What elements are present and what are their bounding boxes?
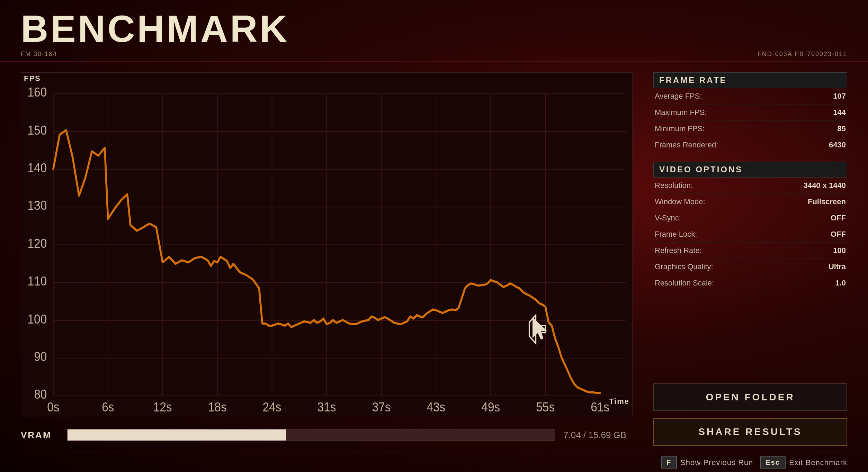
svg-text:150: 150 (28, 123, 47, 137)
stat-value: OFF (766, 226, 847, 243)
stat-label: Refresh Rate: (653, 243, 766, 259)
open-folder-button[interactable]: OPEN FOLDER (653, 383, 847, 411)
show-previous-run-label: Show Previous Run (680, 458, 753, 467)
svg-text:6s: 6s (102, 400, 114, 414)
fps-chart: FPS Time (21, 72, 633, 417)
svg-text:130: 130 (28, 198, 47, 212)
page-title: BENCHMARK (21, 10, 847, 48)
main-area: FPS Time (0, 62, 868, 453)
stat-label: Frames Rendered: (653, 137, 803, 153)
stat-label: Window Mode: (653, 194, 766, 210)
stat-value: 144 (803, 105, 847, 121)
svg-text:43s: 43s (427, 400, 445, 414)
stat-label: V-Sync: (653, 210, 766, 226)
stat-label: Resolution Scale: (653, 275, 766, 291)
header: BENCHMARK FM 30-184 FND-003A PB-700023-0… (0, 0, 868, 62)
stat-label: Average FPS: (653, 88, 803, 105)
vram-bar (67, 429, 555, 441)
table-row: Average FPS:107 (653, 88, 847, 105)
vram-bar-fill (68, 429, 286, 441)
stat-value: OFF (766, 210, 847, 226)
subtitle-right: FND-003A PB-700023-011 (758, 51, 847, 58)
table-row: Frames Rendered:6430 (653, 137, 847, 153)
bottom-bar: F Show Previous Run Esc Exit Benchmark (0, 453, 868, 472)
svg-text:90: 90 (34, 349, 47, 363)
chart-svg: 160 150 140 130 120 110 100 90 80 0s 6s … (21, 73, 632, 417)
table-row: Window Mode:Fullscreen (653, 194, 847, 210)
right-panel: FRAME RATE Average FPS:107Maximum FPS:14… (653, 72, 847, 446)
frame-rate-header: FRAME RATE (653, 72, 847, 88)
table-row: V-Sync:OFF (653, 210, 847, 226)
video-options-header: VIDEO OPTIONS (653, 162, 847, 178)
svg-text:120: 120 (28, 236, 47, 250)
svg-text:100: 100 (28, 312, 47, 326)
svg-text:31s: 31s (317, 400, 336, 414)
stat-value: 3440 x 1440 (766, 178, 847, 194)
svg-text:37s: 37s (372, 400, 391, 414)
esc-key-badge: Esc (760, 456, 786, 469)
stat-value: 100 (766, 243, 847, 259)
stat-value: 1.0 (766, 275, 847, 291)
frame-rate-table: Average FPS:107Maximum FPS:144Minimum FP… (653, 88, 847, 153)
table-row: Resolution Scale:1.0 (653, 275, 847, 291)
stat-value: 85 (803, 121, 847, 137)
fps-axis-label: FPS (24, 74, 41, 83)
svg-text:160: 160 (28, 85, 47, 99)
svg-text:110: 110 (28, 274, 47, 288)
svg-text:55s: 55s (536, 400, 555, 414)
stat-label: Resolution: (653, 178, 766, 194)
stat-label: Minimum FPS: (653, 121, 803, 137)
stat-value: 6430 (803, 137, 847, 153)
stat-label: Maximum FPS: (653, 105, 803, 121)
svg-text:12s: 12s (153, 400, 172, 414)
stat-value: 107 (803, 88, 847, 105)
stat-label: Graphics Quality: (653, 259, 766, 275)
svg-text:80: 80 (34, 387, 47, 401)
exit-benchmark-label: Exit Benchmark (789, 458, 847, 467)
table-row: Refresh Rate:100 (653, 243, 847, 259)
table-row: Frame Lock:OFF (653, 226, 847, 243)
f-key-badge: F (661, 456, 677, 469)
vram-label: VRAM (21, 430, 59, 441)
vram-section: VRAM 7.04 / 15.69 GB (21, 424, 633, 446)
video-options-title: VIDEO OPTIONS (659, 165, 743, 174)
subtitle-left: FM 30-184 (21, 51, 57, 58)
chart-section: FPS Time (21, 72, 633, 446)
table-row: Graphics Quality:Ultra (653, 259, 847, 275)
svg-text:24s: 24s (263, 400, 281, 414)
share-results-button[interactable]: SHARE RESULTS (653, 418, 847, 446)
video-options-table: Resolution:3440 x 1440Window Mode:Fullsc… (653, 178, 847, 291)
shortcut-exit: Esc Exit Benchmark (760, 456, 847, 469)
stat-label: Frame Lock: (653, 226, 766, 243)
svg-text:49s: 49s (481, 400, 500, 414)
shortcut-previous-run: F Show Previous Run (661, 456, 753, 469)
table-row: Maximum FPS:144 (653, 105, 847, 121)
time-axis-label: Time (609, 397, 629, 406)
stat-value: Fullscreen (766, 194, 847, 210)
table-row: Minimum FPS:85 (653, 121, 847, 137)
svg-text:0s: 0s (47, 400, 59, 414)
svg-text:61s: 61s (591, 400, 609, 414)
table-row: Resolution:3440 x 1440 (653, 178, 847, 194)
vram-value: 7.04 / 15.69 GB (563, 430, 633, 441)
stat-value: Ultra (766, 259, 847, 275)
frame-rate-title: FRAME RATE (659, 75, 727, 85)
svg-text:18s: 18s (208, 400, 227, 414)
button-group: OPEN FOLDER SHARE RESULTS (653, 383, 847, 446)
svg-text:140: 140 (28, 161, 47, 175)
